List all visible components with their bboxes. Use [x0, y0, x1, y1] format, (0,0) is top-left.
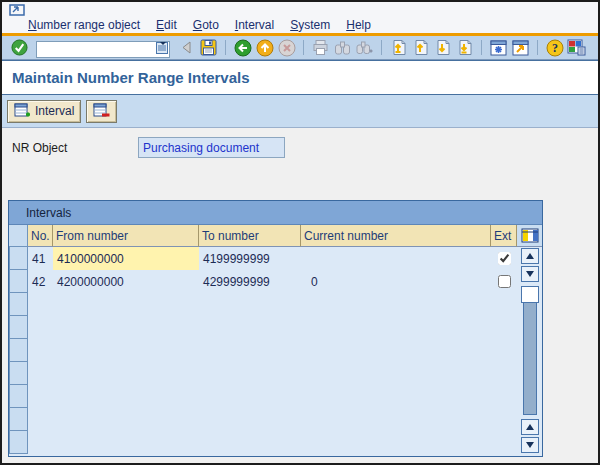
row-selector-column [9, 247, 28, 456]
ext-checkbox[interactable] [498, 252, 511, 265]
page-title: Maintain Number Range Intervals [12, 69, 250, 86]
menu-goto[interactable]: Goto [185, 18, 227, 32]
row-selector[interactable] [9, 431, 28, 454]
exit-icon[interactable] [255, 38, 274, 57]
down-arrow-icon [526, 442, 534, 448]
sap-window: Number range object Edit Goto Interval S… [0, 0, 600, 465]
cell-from[interactable]: 4100000000 [53, 247, 199, 270]
toolbar-separator [481, 40, 482, 55]
cell-no[interactable]: 41 [28, 252, 53, 266]
toolbar-separator [537, 40, 538, 55]
history-dropdown-icon[interactable] [156, 41, 168, 54]
table-config-button[interactable] [517, 225, 542, 247]
table-rows: 41 4100000000 4199999999 42 4200000000 4… [28, 247, 518, 293]
page-down-icon[interactable] [433, 38, 452, 57]
customize-layout-icon[interactable] [567, 38, 586, 57]
menu-interval[interactable]: Interval [227, 18, 282, 32]
ext-checkbox[interactable] [498, 275, 511, 288]
cell-no[interactable]: 42 [28, 275, 53, 289]
scroll-down-button[interactable] [521, 266, 539, 282]
cell-to[interactable]: 4299999999 [199, 275, 301, 289]
intervals-group-header: Intervals [9, 201, 542, 225]
column-header-from[interactable]: From number [53, 225, 199, 247]
down-arrow-icon [526, 271, 534, 277]
intervals-table: Intervals No. From number To number Curr… [8, 200, 543, 457]
toolbar-separator [381, 40, 382, 55]
delete-interval-icon [93, 103, 110, 119]
row-selector[interactable] [9, 316, 28, 339]
delete-interval-button[interactable] [86, 100, 117, 123]
column-header-current[interactable]: Current number [301, 225, 491, 247]
back-triangle-icon[interactable] [177, 38, 196, 57]
system-menu-icon[interactable] [9, 4, 25, 16]
titlebar [2, 2, 598, 16]
cell-ext [491, 275, 517, 288]
enter-icon[interactable] [10, 38, 29, 57]
table-config-icon [521, 228, 539, 243]
find-icon [333, 38, 352, 57]
row-selector[interactable] [9, 339, 28, 362]
up-arrow-icon [526, 253, 534, 259]
cell-ext [491, 252, 517, 265]
cancel-icon [277, 38, 296, 57]
menubar: Number range object Edit Goto Interval S… [2, 16, 598, 33]
nr-object-field[interactable]: Purchasing document [138, 137, 285, 158]
toolbar-separator [225, 40, 226, 55]
application-toolbar: Interval [2, 95, 598, 128]
table-row: 41 4100000000 4199999999 [28, 247, 518, 270]
cell-current[interactable]: 0 [301, 275, 491, 289]
nr-object-label: NR Object [12, 141, 67, 155]
content-area: NR Object Purchasing document Intervals … [2, 128, 598, 463]
vertical-scrollbar [518, 247, 542, 456]
scroll-up-button[interactable] [521, 248, 539, 264]
row-selector[interactable] [9, 247, 28, 270]
title-band: Maintain Number Range Intervals [2, 60, 598, 95]
column-header-no[interactable]: No. [28, 225, 53, 247]
page-up-icon[interactable] [411, 38, 430, 57]
create-shortcut-icon[interactable] [511, 38, 530, 57]
add-interval-button[interactable]: Interval [7, 100, 81, 123]
add-interval-icon [14, 103, 31, 119]
find-next-icon [355, 38, 374, 57]
toolbar-separator [303, 40, 304, 55]
scroll-down-button-bottom[interactable] [521, 437, 539, 453]
scrollbar-thumb[interactable] [521, 286, 539, 303]
first-page-icon[interactable] [389, 38, 408, 57]
row-selector[interactable] [9, 385, 28, 408]
back-icon[interactable] [233, 38, 252, 57]
table-header-row: No. From number To number Current number… [9, 225, 542, 247]
up-arrow-icon [526, 424, 534, 430]
cell-from[interactable]: 4200000000 [53, 270, 199, 293]
select-all-cell[interactable] [9, 225, 28, 247]
row-selector[interactable] [9, 270, 28, 293]
menu-number-range-object[interactable]: Number range object [20, 18, 148, 32]
row-selector[interactable] [9, 293, 28, 316]
help-icon[interactable]: ? [545, 38, 564, 57]
row-selector[interactable] [9, 362, 28, 385]
menu-help[interactable]: Help [338, 18, 379, 32]
save-icon[interactable] [199, 38, 218, 57]
scrollbar-track[interactable] [523, 286, 537, 415]
command-field-input[interactable] [36, 41, 170, 58]
svg-text:?: ? [552, 41, 558, 55]
scroll-up-button-bottom[interactable] [521, 419, 539, 435]
last-page-icon[interactable] [455, 38, 474, 57]
add-interval-label: Interval [35, 104, 74, 118]
column-header-to[interactable]: To number [199, 225, 301, 247]
table-row: 42 4200000000 4299999999 0 [28, 270, 518, 293]
cell-to[interactable]: 4199999999 [199, 252, 301, 266]
new-session-icon[interactable] [489, 38, 508, 57]
row-selector[interactable] [9, 408, 28, 431]
column-header-ext[interactable]: Ext [491, 225, 517, 247]
standard-toolbar: ? [2, 36, 598, 60]
print-icon [311, 38, 330, 57]
menu-system[interactable]: System [282, 18, 338, 32]
menu-edit[interactable]: Edit [148, 18, 185, 32]
